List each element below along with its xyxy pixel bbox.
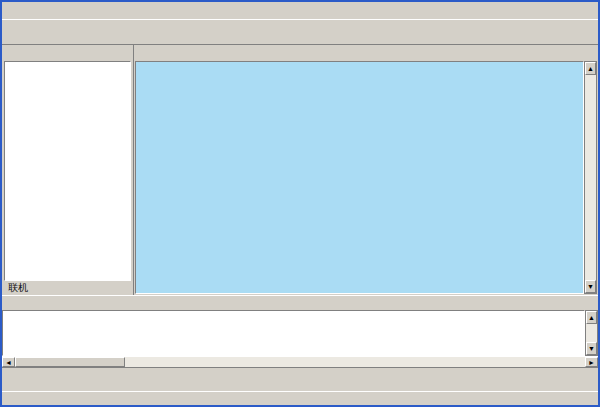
scroll-up-icon[interactable]: ▲ (585, 62, 596, 75)
code-listing[interactable] (4, 61, 131, 281)
microprogram-table-zone: ▲ ▼ (2, 310, 598, 356)
scroll-track[interactable] (125, 357, 585, 367)
left-tab-bar (2, 45, 133, 61)
cpu-structure-diagram (135, 61, 584, 294)
main-area: 联机 ▲ ▼ (2, 45, 598, 295)
scroll-left-icon[interactable]: ◄ (2, 357, 15, 367)
diagram-tab-bar (134, 45, 598, 61)
table-scrollbar[interactable]: ▲ ▼ (585, 310, 598, 356)
status-bar (2, 391, 598, 405)
scroll-right-icon[interactable]: ► (585, 357, 598, 367)
diagram-scrollbar[interactable]: ▲ ▼ (584, 61, 597, 294)
table-hscrollbar[interactable]: ◄ ► (2, 356, 598, 367)
scroll-down-icon[interactable]: ▼ (586, 342, 597, 355)
diagram-panel: ▲ ▼ (134, 45, 598, 295)
toolbar (2, 20, 598, 45)
control-signal-row (2, 367, 598, 391)
link-status: 联机 (8, 281, 28, 295)
scroll-down-icon[interactable]: ▼ (585, 280, 596, 293)
scroll-up-icon[interactable]: ▲ (586, 311, 597, 324)
bottom-tab-bar (2, 295, 598, 310)
app-window: 联机 ▲ ▼ ▲ ▼ ◄ ► (0, 0, 600, 407)
link-status-strip: 联机 (2, 281, 133, 295)
scroll-thumb[interactable] (15, 357, 125, 367)
microprogram-table[interactable] (2, 310, 585, 356)
scroll-track[interactable] (585, 75, 596, 280)
scroll-track[interactable] (586, 324, 597, 342)
menu-bar (2, 2, 598, 20)
debug-panel: 联机 (2, 45, 134, 295)
diagram-wrap: ▲ ▼ (135, 61, 597, 294)
